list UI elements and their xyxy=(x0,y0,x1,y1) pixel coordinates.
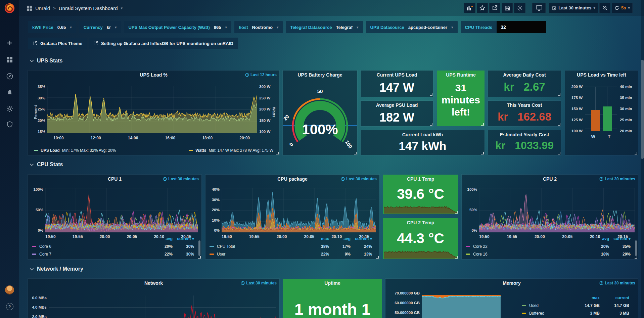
legend-header-current[interactable]: current ▾ xyxy=(173,236,194,241)
cpu-threads-input[interactable] xyxy=(497,21,546,33)
cycle-view-monitor-icon[interactable] xyxy=(532,3,546,13)
dashboard-settings-button[interactable] xyxy=(514,3,525,13)
legend-series[interactable]: Used xyxy=(522,303,570,308)
panel-resize-handle[interactable] xyxy=(481,152,484,154)
legend-header-avg[interactable]: avg xyxy=(151,236,173,241)
panel-resize-handle[interactable] xyxy=(635,152,637,154)
legend-header-current[interactable]: current ▾ xyxy=(609,236,631,241)
panel-resize-handle[interactable] xyxy=(198,256,201,259)
scrollbar-thumb[interactable] xyxy=(641,60,644,159)
legend-series[interactable]: CPU Total xyxy=(210,244,308,249)
legend-scrollbar[interactable] xyxy=(198,240,200,256)
cpu-package-chart[interactable] xyxy=(222,188,376,232)
panel-uptime: Uptime 1 month 1 xyxy=(283,279,382,318)
panel-resize-handle[interactable] xyxy=(354,152,357,154)
variable-host[interactable]: hostNostromo▾ xyxy=(234,21,283,33)
variable-ups-max-output[interactable]: UPS Max Output Power Capacity (Watt)865▾ xyxy=(124,21,231,33)
legend-series[interactable]: User xyxy=(210,252,308,257)
panel-title[interactable]: Current Load kWh xyxy=(361,130,485,139)
panel-resize-handle[interactable] xyxy=(455,211,458,214)
panel-title[interactable]: UPS Load % xyxy=(28,71,279,80)
panel-resize-handle[interactable] xyxy=(276,152,279,154)
y-tick: 4.0 MBs xyxy=(31,305,47,309)
y-tick: 30% xyxy=(33,96,45,100)
create-plus-icon[interactable] xyxy=(0,37,19,49)
panel-title[interactable]: UPS Runtime xyxy=(437,71,485,80)
configuration-gear-icon[interactable] xyxy=(0,103,19,115)
panel-title[interactable]: CPU 2 Temp xyxy=(383,218,458,227)
panel-title[interactable]: Average PSU Load xyxy=(361,101,433,110)
refresh-picker[interactable]: 5s ▾ xyxy=(612,3,633,13)
legend-header-max[interactable]: max xyxy=(308,236,329,241)
cpu2-chart[interactable] xyxy=(479,188,635,232)
link-grafana-plex-theme[interactable]: Grafana Plex Theme xyxy=(28,38,87,49)
panel-title[interactable]: CPU 1 Temp xyxy=(383,175,458,184)
panel-title[interactable]: Uptime xyxy=(283,279,382,288)
panel-title[interactable]: Current UPS Load xyxy=(361,71,433,80)
stat-value: 147 kWh xyxy=(361,139,485,153)
admin-shield-icon[interactable] xyxy=(0,118,19,130)
section-network-memory[interactable]: Network / Memory xyxy=(30,266,83,272)
add-panel-button[interactable] xyxy=(464,3,475,13)
panel-resize-handle[interactable] xyxy=(455,256,458,259)
legend-series[interactable]: Core 22 xyxy=(466,244,588,249)
legend-marker xyxy=(522,313,526,314)
grafana-logo-icon[interactable] xyxy=(3,2,16,15)
panel-resize-handle[interactable] xyxy=(376,256,379,259)
legend-series[interactable]: Core 6 xyxy=(32,244,151,249)
link-ups-monitoring-guide[interactable]: Setting up Grafana and InfluxDB for UPS … xyxy=(89,38,238,49)
help-icon[interactable]: ? xyxy=(0,301,19,313)
legend-scrollbar[interactable] xyxy=(635,240,637,256)
bar-W[interactable] xyxy=(591,110,600,131)
network-chart[interactable] xyxy=(49,296,276,318)
legend-series[interactable]: Core 16 xyxy=(466,252,588,257)
cpu1-chart[interactable] xyxy=(45,188,198,232)
dashboard-picker-caret-icon[interactable]: ▾ xyxy=(121,6,123,10)
legend-header-current[interactable]: current xyxy=(600,296,629,300)
panel-resize-handle[interactable] xyxy=(430,93,432,96)
legend-series[interactable]: Core 7 xyxy=(32,252,151,257)
panel-resize-handle[interactable] xyxy=(635,256,637,259)
panel-resize-handle[interactable] xyxy=(558,152,560,154)
memory-chart[interactable] xyxy=(422,291,501,318)
legend-series[interactable]: Buffered xyxy=(522,311,570,316)
legend-series[interactable]: UPS Load xyxy=(41,148,60,153)
panel-resize-handle[interactable] xyxy=(481,123,484,126)
legend-header-avg[interactable]: avg xyxy=(588,236,609,241)
panel-resize-handle[interactable] xyxy=(558,93,560,96)
time-range-picker[interactable]: Last 30 minutes ▾ xyxy=(549,3,598,13)
section-cpu-stats[interactable]: CPU Stats xyxy=(30,162,63,168)
page-title[interactable]: Unraid System Dashboard xyxy=(59,5,118,11)
legend-header-current[interactable]: current ▾ xyxy=(351,236,372,241)
panel-title[interactable]: Average Daily Cost xyxy=(488,71,561,80)
variable-currency[interactable]: Currencykr▾ xyxy=(79,21,121,33)
save-button[interactable] xyxy=(502,3,513,13)
bar-chart[interactable] xyxy=(585,87,617,131)
legend-header-max[interactable]: max xyxy=(570,296,600,300)
variable-telegraf-datasource[interactable]: Telegraf DatasourceTelegraf▾ xyxy=(286,21,363,33)
panel-resize-handle[interactable] xyxy=(430,123,432,126)
dashboards-icon[interactable] xyxy=(0,54,19,66)
panel-title[interactable]: UPS Battery Charge xyxy=(283,71,357,80)
panel-title[interactable]: This Years Cost xyxy=(488,101,561,110)
panel-title[interactable]: Estimated Yearly Cost xyxy=(488,130,561,139)
alerting-bell-icon[interactable] xyxy=(0,87,19,99)
variable-kwh-price[interactable]: kWh Price0.65▾ xyxy=(28,21,76,33)
breadcrumb-folder[interactable]: Unraid xyxy=(35,5,50,11)
breadcrumb-separator: > xyxy=(53,6,56,11)
explore-compass-icon[interactable] xyxy=(0,70,19,82)
star-button[interactable] xyxy=(477,3,488,13)
legend-header-avg[interactable]: avg xyxy=(329,236,351,241)
variable-ups-datasource[interactable]: UPS Datasourceapcupsd-container▾ xyxy=(366,21,458,33)
bar-T[interactable] xyxy=(603,106,612,131)
panel-estimated-yearly-cost: Estimated Yearly Cost kr1033.99 xyxy=(488,130,561,155)
section-ups-stats[interactable]: UPS Stats xyxy=(30,58,62,64)
ups-load-chart[interactable] xyxy=(47,86,257,133)
panel-title[interactable]: UPS Load vs Time left xyxy=(565,71,638,80)
zoom-out-button[interactable] xyxy=(599,3,610,13)
share-button[interactable] xyxy=(489,3,500,13)
legend-series[interactable]: Watts xyxy=(195,148,206,153)
panel-ups-battery-charge: UPS Battery Charge 02050100 100% xyxy=(283,71,357,155)
user-avatar[interactable] xyxy=(0,284,19,296)
panel-resize-handle[interactable] xyxy=(558,123,560,126)
